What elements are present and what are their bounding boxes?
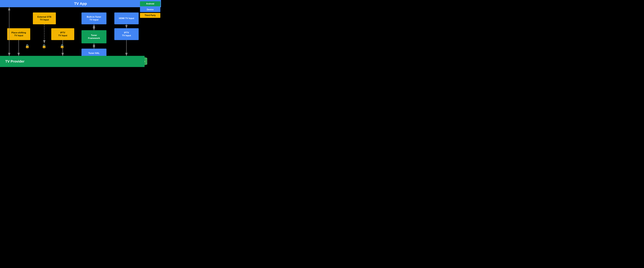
lock-external-stb: 🔒 <box>42 44 46 48</box>
tuner-framework-box: TunerFramework <box>82 30 106 43</box>
lock-iptv-left: 🔒 <box>60 44 64 48</box>
legend-third-party: Third Party <box>140 13 160 18</box>
tv-provider-title: TV Provider <box>5 60 24 64</box>
tv-app-header: TV App <box>0 0 161 7</box>
iptv-left-box: IPTVTV Input <box>51 28 74 40</box>
tv-app-title: TV App <box>74 2 87 6</box>
iptv-right-box: IPTVTV Input <box>114 28 139 40</box>
hdmi-tv-input-box: HDMI TV Input <box>114 12 139 24</box>
lock-place-shifting: 🔒 <box>25 44 30 48</box>
place-shifting-box: Place-shiftingTV Input <box>7 28 30 40</box>
external-stb-box: External STBTV Input <box>33 12 56 24</box>
legend-android: Android <box>140 1 160 6</box>
built-in-tuner-box: Built-in-TunerTV Input <box>82 12 106 24</box>
tv-provider-footer: TV Provider <box>0 56 144 67</box>
legend: Android Device Third Party <box>140 1 160 18</box>
legend-device: Device <box>140 7 160 12</box>
